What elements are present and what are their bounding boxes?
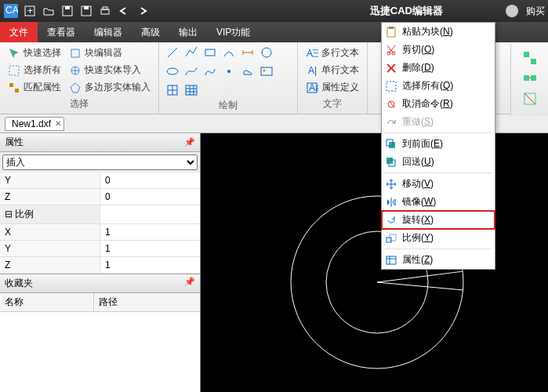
insert-select[interactable]: 插入	[2, 154, 198, 170]
menu-delete[interactable]: 删除(D)	[382, 59, 495, 77]
prop-key: Z	[0, 257, 100, 273]
fast-entity-import-button[interactable]: 快速实体导入	[67, 63, 152, 78]
drawing-canvas[interactable]	[201, 133, 548, 392]
ellipse-tool-icon[interactable]	[165, 64, 180, 78]
move-icon	[385, 178, 397, 191]
block-editor-button[interactable]: 块编辑器	[67, 45, 152, 60]
table-tool-icon[interactable]	[184, 83, 198, 97]
match-prop-button[interactable]: 匹配属性	[6, 80, 63, 95]
side-icon-1[interactable]	[522, 50, 538, 66]
user-icon[interactable]	[506, 5, 518, 17]
print-icon[interactable]	[97, 3, 113, 19]
point-tool-icon[interactable]	[222, 64, 236, 78]
menu-selectall[interactable]: 选择所有(Q)	[382, 77, 495, 95]
arc-tool-icon[interactable]	[222, 45, 236, 60]
attr-def-button[interactable]: Aa属性定义	[304, 80, 361, 95]
spline-tool-icon[interactable]	[184, 64, 198, 78]
redo-icon	[385, 116, 397, 129]
menu-front[interactable]: 到前面(E)	[382, 135, 495, 153]
saveas-icon[interactable]	[78, 3, 94, 19]
group-select-label: 选择	[6, 96, 152, 111]
svg-point-18	[262, 48, 271, 57]
menu-redo: 重做(S)	[382, 113, 495, 131]
tab-advanced[interactable]: 高级	[132, 22, 169, 42]
delete-icon	[385, 62, 397, 74]
rect-tool-icon[interactable]	[203, 45, 217, 60]
svg-rect-11	[9, 83, 13, 87]
prop-val[interactable]: 1	[100, 241, 200, 256]
close-tab-icon[interactable]: ✕	[55, 119, 61, 128]
tab-file[interactable]: 文件	[0, 22, 38, 42]
undo-icon[interactable]	[116, 3, 132, 19]
svg-rect-12	[15, 89, 19, 93]
menu-mirror[interactable]: 镜像(W)	[382, 193, 495, 211]
sketch-tool-icon[interactable]	[203, 64, 217, 78]
redo-icon[interactable]	[135, 3, 151, 19]
svg-line-37	[377, 271, 463, 282]
circle-tool-icon[interactable]	[259, 45, 274, 60]
prop-val[interactable]: 1	[100, 257, 200, 273]
svg-text:A|: A|	[308, 65, 317, 76]
new-icon[interactable]: +	[22, 3, 38, 19]
menu-cut[interactable]: 剪切(O)	[382, 41, 495, 59]
svg-point-22	[263, 70, 266, 72]
menu-back[interactable]: 回送(U)	[382, 153, 495, 171]
svg-rect-30	[524, 52, 529, 57]
pin-icon[interactable]: 📌	[184, 277, 195, 290]
cloud-tool-icon[interactable]	[241, 64, 255, 78]
prop-val[interactable]: 1	[100, 224, 200, 240]
tab-vip[interactable]: VIP功能	[207, 22, 259, 42]
multiline-text-button[interactable]: A三多行文本	[304, 45, 361, 60]
svg-text:三: 三	[312, 48, 318, 59]
svg-rect-32	[524, 75, 529, 81]
save-icon[interactable]	[60, 3, 75, 19]
polyline-tool-icon[interactable]	[184, 45, 198, 60]
svg-rect-5	[65, 6, 70, 9]
svg-rect-46	[387, 158, 393, 164]
svg-rect-9	[103, 7, 107, 9]
fav-panel-title: 收藏夹	[5, 277, 33, 290]
app-title: 迅捷CAD编辑器	[370, 4, 443, 18]
tab-output[interactable]: 输出	[169, 22, 207, 42]
prop-key: Z	[0, 189, 100, 205]
menu-cancel[interactable]: 取消命令(R)	[382, 95, 495, 113]
pin-icon[interactable]: 📌	[184, 137, 195, 147]
svg-rect-33	[531, 75, 536, 81]
image-tool-icon[interactable]	[259, 64, 274, 78]
tab-viewer[interactable]: 查看器	[38, 22, 85, 42]
prop-val[interactable]: 0	[100, 172, 200, 188]
menu-paste[interactable]: 粘贴为块(N)	[382, 23, 495, 41]
group-draw-label: 绘制	[165, 97, 291, 112]
menu-props[interactable]: 属性(Z)	[382, 251, 495, 269]
paste-icon	[385, 26, 397, 38]
hatch-tool-icon[interactable]	[165, 83, 180, 97]
front-icon	[385, 138, 397, 151]
tab-editor[interactable]: 编辑器	[85, 22, 132, 42]
prop-group[interactable]: ⊟ 比例	[0, 205, 100, 223]
fav-col-name[interactable]: 名称	[0, 293, 94, 311]
menu-move[interactable]: 移动(V)	[382, 175, 495, 193]
fast-select-button[interactable]: 快速选择	[6, 45, 63, 60]
prop-key: X	[0, 224, 100, 240]
svg-line-16	[168, 48, 177, 57]
fav-col-path[interactable]: 路径	[94, 293, 122, 311]
svg-rect-44	[389, 142, 395, 148]
buy-link[interactable]: 购买	[526, 5, 545, 18]
side-icon-3[interactable]	[522, 91, 538, 107]
file-tab[interactable]: New1.dxf ✕	[5, 117, 64, 131]
single-line-text-button[interactable]: A|单行文本	[304, 63, 361, 78]
side-icon-2[interactable]	[522, 71, 538, 86]
selectall-icon	[385, 80, 397, 93]
prop-key: Y	[0, 172, 100, 188]
svg-rect-13	[71, 49, 79, 57]
line-tool-icon[interactable]	[165, 45, 180, 60]
prop-val[interactable]: 0	[100, 189, 200, 205]
menu-scale[interactable]: 比例(Y)	[382, 229, 495, 247]
select-all-button[interactable]: 选择所有	[6, 63, 63, 78]
menu-rotate[interactable]: 旋转(X)	[382, 211, 495, 229]
svg-rect-43	[387, 82, 396, 91]
polygon-entity-input-button[interactable]: 多边形实体输入	[67, 80, 152, 95]
dim-tool-icon[interactable]	[241, 45, 255, 60]
svg-rect-31	[531, 59, 536, 64]
open-icon[interactable]	[41, 3, 56, 19]
